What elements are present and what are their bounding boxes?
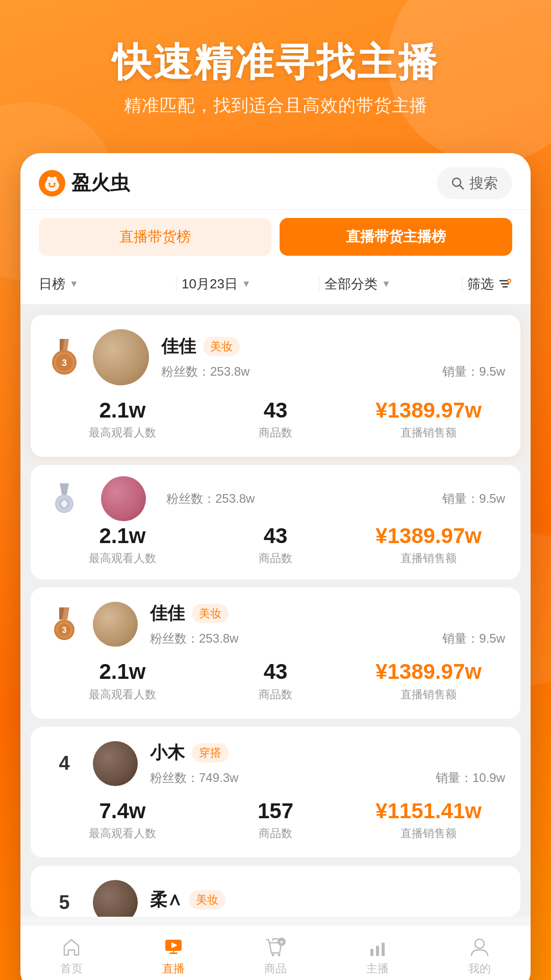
svg-rect-34 [382, 943, 385, 956]
card-metrics-featured: 2.1w 最高观看人数 43 商品数 ¥1389.97w 直播销售额 [46, 398, 505, 440]
metric-products-featured: 43 商品数 [199, 398, 352, 440]
filter-date[interactable]: 10月23日 ▼ [182, 275, 314, 293]
broadcaster-card-rank5[interactable]: 5 柔∧ 美妆 [31, 866, 520, 917]
search-button[interactable]: 搜索 [437, 167, 512, 199]
metric-value-livesales-rank3: ¥1389.97w [352, 659, 505, 684]
broadcaster-name-rank5: 柔∧ [150, 888, 182, 912]
metric-products-rank4: 157 商品数 [199, 798, 352, 841]
rank-badge-5: 5 [46, 892, 83, 914]
rank-badge-3: 3 [46, 607, 83, 641]
category-badge-rank3: 美妆 [192, 604, 229, 623]
nav-live[interactable]: 直播 [140, 936, 207, 976]
category-badge-rank5: 美妆 [189, 890, 226, 910]
nav-product[interactable]: 商品 [242, 936, 309, 976]
metric-value-products-rank3: 43 [199, 659, 352, 684]
avatar-rank4 [93, 741, 138, 786]
rank-number-4: 4 [54, 752, 74, 774]
svg-point-11 [508, 279, 511, 282]
sales-label-featured: 销量：9.5w [442, 363, 505, 380]
card-metrics-rank4: 7.4w 最高观看人数 157 商品数 ¥1151.41w 直播销售额 [46, 798, 505, 841]
rank-number-5: 5 [54, 892, 74, 914]
bottom-nav: 首页 直播 商品 [20, 925, 531, 980]
metric-label-livesales-rank4: 直播销售额 [352, 826, 505, 841]
metric-products-rank3: 43 商品数 [199, 659, 352, 702]
profile-icon [468, 936, 491, 958]
app-card: 盈火虫 搜索 直播带货榜 直播带货主播榜 日榜 ▼ 10月23日 ▼ [20, 153, 531, 980]
card-metrics-rank3: 2.1w 最高观看人数 43 商品数 ¥1389.97w 直播销售额 [46, 659, 505, 702]
metric-label-viewers-rank3: 最高观看人数 [46, 687, 199, 702]
broadcaster-name-rank4: 小木 [150, 741, 185, 765]
rank-badge-3-featured: 3 [46, 339, 83, 376]
metric-label-livesales-rank3: 直播销售额 [352, 687, 505, 702]
fans-label-rank3: 粉丝数：253.8w [150, 630, 238, 647]
metric-livesales-rank4: ¥1151.41w 直播销售额 [352, 798, 505, 841]
metric-livesales-rank2: ¥1389.97w 直播销售额 [352, 523, 505, 566]
svg-point-35 [475, 939, 484, 948]
filter-date-arrow: ▼ [242, 279, 251, 289]
metric-value-viewers-rank2: 2.1w [46, 523, 199, 549]
search-label: 搜索 [469, 174, 498, 193]
broadcaster-info-featured: 佳佳 美妆 粉丝数：253.8w 销量：9.5w [161, 335, 505, 380]
medal-bronze-icon: 3 [47, 339, 81, 376]
card-top-rank3: 3 佳佳 美妆 粉丝数：253.8w 销量：9.5w [46, 602, 505, 647]
metric-label-products-rank4: 商品数 [199, 826, 352, 841]
avatar-rank3 [93, 602, 138, 647]
sales-label-rank3: 销量：9.5w [442, 630, 505, 647]
sub-title: 精准匹配，找到适合且高效的带货主播 [31, 94, 520, 117]
metric-viewers-rank4: 7.4w 最高观看人数 [46, 798, 199, 841]
app-logo: 盈火虫 [39, 170, 130, 197]
metric-value-livesales-rank4: ¥1151.41w [352, 798, 505, 824]
broadcaster-card-rank3[interactable]: 3 佳佳 美妆 粉丝数：253.8w 销量：9.5w [31, 587, 520, 718]
metric-value-viewers-rank3: 2.1w [46, 659, 199, 684]
content-area: 3 佳佳 美妆 粉丝数：253.8w 销量：9.5w [20, 305, 531, 917]
filter-daily[interactable]: 日榜 ▼ [39, 275, 171, 293]
svg-point-5 [54, 183, 56, 185]
metric-label-products-featured: 商品数 [199, 425, 352, 440]
nav-home-label: 首页 [60, 961, 83, 976]
nav-profile[interactable]: 我的 [446, 936, 513, 976]
broadcaster-card-rank4[interactable]: 4 小木 穿搭 粉丝数：749.3w 销量：10.9w [31, 727, 520, 857]
nav-live-label: 直播 [162, 961, 185, 976]
filter-divider-1 [176, 277, 177, 291]
metric-viewers-featured: 2.1w 最高观看人数 [46, 398, 199, 440]
filter-category[interactable]: 全部分类 ▼ [324, 275, 457, 293]
metric-value-livesales-featured: ¥1389.97w [352, 398, 505, 423]
nav-anchor[interactable]: 主播 [344, 936, 411, 976]
nav-home[interactable]: 首页 [38, 936, 105, 976]
broadcaster-name-featured: 佳佳 [161, 335, 196, 358]
rank-badge-2 [46, 483, 83, 514]
broadcaster-name-rank3: 佳佳 [150, 602, 185, 625]
filter-advanced[interactable]: 筛选 [467, 275, 512, 293]
card-top-featured: 3 佳佳 美妆 粉丝数：253.8w 销量：9.5w [46, 329, 505, 385]
metric-label-viewers-rank2: 最高观看人数 [46, 551, 199, 566]
anchor-icon [366, 936, 389, 958]
svg-point-28 [272, 954, 274, 957]
broadcaster-card-featured[interactable]: 3 佳佳 美妆 粉丝数：253.8w 销量：9.5w [31, 315, 520, 457]
metric-label-livesales-featured: 直播销售额 [352, 425, 505, 440]
filter-icon [498, 277, 512, 291]
tab-live-goods[interactable]: 直播带货榜 [39, 218, 271, 256]
filter-category-arrow: ▼ [382, 279, 391, 289]
app-header: 盈火虫 搜索 [20, 153, 531, 210]
tab-bar: 直播带货榜 直播带货主播榜 [20, 210, 531, 266]
main-title: 快速精准寻找主播 [31, 41, 520, 84]
card-metrics-rank2: 2.1w 最高观看人数 43 商品数 ¥1389.97w 直播销售额 [46, 523, 505, 566]
metric-label-products-rank3: 商品数 [199, 687, 352, 702]
filter-bar: 日榜 ▼ 10月23日 ▼ 全部分类 ▼ 筛选 [20, 266, 531, 305]
live-icon [162, 936, 185, 958]
medal-silver-icon [51, 483, 78, 514]
svg-point-29 [278, 954, 281, 957]
svg-text:3: 3 [62, 626, 67, 634]
fans-label-featured: 粉丝数：253.8w [161, 363, 249, 380]
broadcaster-info-rank5: 柔∧ 美妆 [150, 888, 505, 917]
nav-product-label: 商品 [264, 961, 287, 976]
broadcaster-card-rank2[interactable]: 粉丝数：253.8w 销量：9.5w 2.1w 最高观看人数 43 商品数 ¥1… [31, 465, 520, 579]
svg-point-3 [54, 177, 57, 180]
metric-value-products-rank2: 43 [199, 523, 352, 549]
metric-label-viewers-rank4: 最高观看人数 [46, 826, 199, 841]
svg-rect-33 [376, 946, 379, 956]
tab-live-broadcaster[interactable]: 直播带货主播榜 [280, 218, 512, 256]
broadcaster-info-rank4: 小木 穿搭 粉丝数：749.3w 销量：10.9w [150, 741, 505, 786]
svg-line-7 [460, 185, 463, 189]
filter-divider-3 [462, 277, 462, 291]
